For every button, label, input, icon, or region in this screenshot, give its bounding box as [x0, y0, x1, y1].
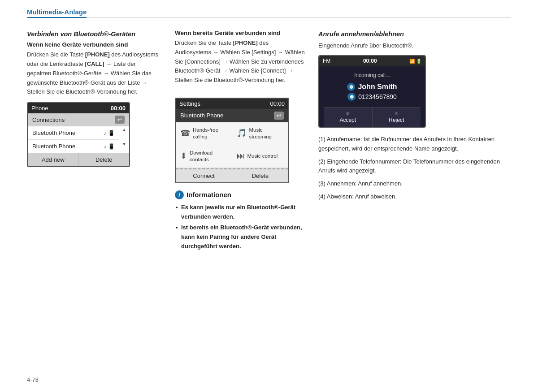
incoming-body: Incoming call... ❶ John Smith ❷ 01234567… — [319, 66, 425, 127]
note-icon: ♪ — [104, 130, 106, 136]
explanation-2: (2) Eingehende Telefonnummer: Die Telefo… — [318, 157, 511, 176]
incoming-header: FM 00:00 📶 🔋 — [319, 56, 425, 66]
settings-back-button[interactable]: ↩ — [274, 112, 284, 120]
explanation-1: (1) Anrufername: Ist die Rufnummer des A… — [318, 135, 511, 154]
phone-time: 00:00 — [111, 105, 126, 112]
bt-phone-title: Bluetooth Phone — [180, 112, 223, 119]
bt-phone-label-2: Bluetooth Phone — [32, 143, 75, 150]
reject-num: ④ — [373, 111, 421, 116]
download-contacts-label: Download contacts — [190, 150, 227, 163]
middle-body: Drücken Sie die Taste [PHONE] des Audios… — [175, 39, 305, 85]
phone-bottom-row: Add new Delete — [28, 153, 129, 166]
incoming-buttons: ③ Accept ④ Reject — [324, 107, 421, 127]
bt-phone-label-1: Bluetooth Phone — [32, 129, 75, 136]
connections-label: Connections — [32, 116, 65, 123]
caller-name-text: John Smith — [358, 83, 397, 91]
main-content: Verbinden von Bluetooth®-Geräten Wenn ke… — [0, 21, 538, 267]
music-control-label: Music control — [247, 153, 278, 159]
hands-free-icon: ☎ — [180, 128, 190, 138]
scroll-down[interactable]: ▼ — [122, 142, 126, 147]
left-column: Verbinden von Bluetooth®-Geräten Wenn ke… — [27, 30, 161, 258]
accept-label: Accept — [324, 117, 372, 123]
middle-column: Wenn bereits Geräte verbunden sind Drück… — [175, 30, 305, 258]
info-title: i Informationen — [175, 190, 305, 199]
page-header: Multimedia-Anlage — [0, 0, 538, 18]
accept-button[interactable]: ③ Accept — [324, 107, 373, 127]
phone-delete-button[interactable]: Delete — [79, 153, 130, 166]
phone-item-icons-1: ♪ 📱 — [104, 130, 115, 136]
caller-number: ❷ 01234567890 — [324, 93, 421, 101]
hands-free-item[interactable]: ☎ Hands-free calling — [176, 122, 232, 145]
incoming-screen: FM 00:00 📶 🔋 Incoming call... ❶ John Smi… — [318, 55, 426, 128]
scroll-arrows[interactable]: ▲ ▼ — [119, 126, 129, 153]
info-box: i Informationen Es kann jeweils nur ein … — [175, 190, 305, 251]
page-footer: 4-78 — [27, 376, 39, 383]
music-control-item[interactable]: ⏭ Music control — [232, 145, 289, 168]
settings-grid: ☎ Hands-free calling 🎵 Music streaming ⬇… — [176, 122, 288, 168]
caller-number-text: 01234567890 — [358, 93, 397, 100]
scroll-up[interactable]: ▲ — [122, 127, 126, 133]
explanation-4: (4) Abweisen: Anruf abweisen. — [318, 192, 511, 202]
phone-screen-header: Phone 00:00 — [28, 103, 129, 113]
music-control-icon: ⏭ — [237, 151, 245, 161]
right-intro: Eingehende Anrufe über Bluetooth®. — [318, 41, 511, 51]
incoming-time: 00:00 — [363, 58, 377, 64]
download-contacts-item[interactable]: ⬇ Download contacts — [176, 145, 232, 168]
music-streaming-icon: 🎵 — [237, 128, 247, 138]
hands-free-label: Hands-free calling — [193, 127, 227, 140]
phone-screen: Phone 00:00 Connections ↩ Bluetooth Phon… — [27, 102, 130, 167]
fm-label: FM — [323, 58, 330, 64]
circle-num-1: ❶ — [347, 83, 355, 91]
bt-phone-item-1[interactable]: Bluetooth Phone ♪ 📱 — [28, 126, 119, 140]
settings-delete-button[interactable]: Delete — [232, 169, 288, 182]
settings-bottom-row: Connect Delete — [176, 168, 288, 182]
left-body: Drücken Sie die Taste [PHONE] des Audios… — [27, 50, 161, 97]
back-button[interactable]: ↩ — [115, 116, 125, 124]
header-divider — [27, 17, 511, 18]
settings-screen: Settings 00:00 Bluetooth Phone ↩ ☎ Hands… — [175, 98, 289, 183]
add-new-button[interactable]: Add new — [28, 153, 79, 166]
phone-item-icons-2: ♪ 📱 — [104, 143, 115, 150]
page-number: 4-78 — [27, 376, 39, 383]
phone-icon: 📱 — [108, 130, 115, 136]
accept-num: ③ — [324, 111, 372, 116]
info-item-2: Ist bereits ein Bluetooth®-Gerät verbund… — [175, 223, 305, 251]
phone-icon-2: 📱 — [108, 143, 115, 150]
header-status-icons: 📶 🔋 — [409, 59, 421, 64]
connect-button[interactable]: Connect — [176, 169, 232, 182]
settings-header: Settings 00:00 — [176, 99, 288, 109]
music-streaming-item[interactable]: 🎵 Music streaming — [232, 122, 289, 145]
header-title: Multimedia-Anlage — [27, 8, 87, 18]
right-column: Anrufe annehmen/ablehnen Eingehende Anru… — [318, 30, 511, 258]
caller-name: ❶ John Smith — [324, 83, 421, 91]
phone-label: Phone — [31, 105, 48, 112]
circle-num-2: ❷ — [347, 93, 356, 101]
info-icon: i — [175, 190, 184, 199]
right-heading: Anrufe annehmen/ablehnen — [318, 30, 511, 39]
info-item-1: Es kann jeweils nur ein Bluetooth®-Gerät… — [175, 203, 305, 222]
explanation-3: (3) Annehmen: Anruf annehmen. — [318, 179, 511, 189]
settings-time: 00:00 — [270, 100, 285, 107]
reject-label: Reject — [373, 117, 421, 123]
explanation-list: (1) Anrufername: Ist die Rufnummer des A… — [318, 135, 511, 202]
music-streaming-label: Music streaming — [249, 127, 284, 140]
connections-row: Connections ↩ — [28, 113, 129, 126]
settings-label: Settings — [179, 100, 200, 107]
info-list: Es kann jeweils nur ein Bluetooth®-Gerät… — [175, 203, 305, 251]
info-heading: Informationen — [187, 191, 231, 198]
reject-button[interactable]: ④ Reject — [373, 107, 421, 127]
left-subheading: Wenn keine Geräte verbunden sind — [27, 41, 161, 48]
incoming-label: Incoming call... — [324, 72, 421, 78]
download-contacts-icon: ⬇ — [180, 151, 187, 161]
bt-phone-item-2[interactable]: Bluetooth Phone ♪ 📱 — [28, 140, 119, 153]
middle-heading: Wenn bereits Geräte verbunden sind — [175, 30, 305, 36]
settings-title-row: Bluetooth Phone ↩ — [176, 109, 288, 122]
note-icon-2: ♪ — [104, 143, 106, 150]
left-heading: Verbinden von Bluetooth®-Geräten — [27, 30, 161, 39]
